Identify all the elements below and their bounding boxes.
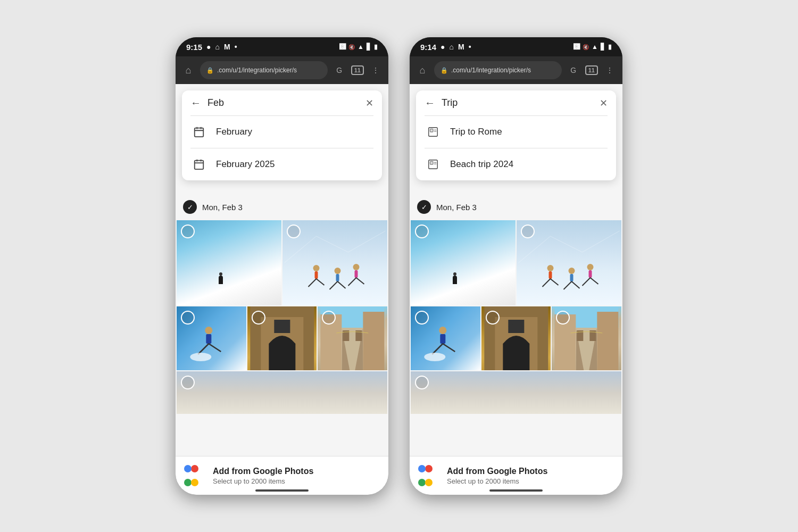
photo-cell-street-right[interactable]: [552, 306, 621, 370]
translate-btn-left[interactable]: G: [332, 63, 347, 78]
svg-line-48: [564, 281, 572, 289]
svg-rect-4: [195, 161, 204, 170]
select-circle-action-right[interactable]: [415, 311, 429, 325]
svg-rect-64: [597, 312, 619, 370]
svg-rect-9: [315, 271, 318, 279]
select-circle-partial-right[interactable]: [415, 376, 429, 389]
search-suggestion-1-right[interactable]: Beach trip 2024: [416, 148, 616, 180]
menu-btn-left[interactable]: ⋮: [368, 63, 383, 78]
photo-partial-left[interactable]: [177, 371, 387, 414]
svg-rect-47: [570, 274, 573, 281]
svg-rect-13: [336, 274, 339, 281]
bottom-bar-text-right: Add from Google Photos Select up to 2000…: [447, 467, 547, 485]
suggestion-text-0-right: Trip to Rome: [450, 127, 502, 137]
petal-red-left: [191, 465, 198, 472]
status-bar-right: 9:14 ● ⌂ M • 🅱 🔇 ▲ ▋ ▮: [410, 37, 622, 56]
url-text-right: .com/u/1/integration/picker/s: [451, 66, 531, 74]
search-suggestion-0-left[interactable]: February: [182, 116, 382, 148]
search-back-btn-right[interactable]: ←: [425, 97, 435, 109]
photo-grid-row1-right: [411, 220, 621, 305]
svg-line-14: [330, 281, 338, 289]
skier-figure-right: [453, 276, 457, 284]
translate-btn-right[interactable]: G: [566, 63, 581, 78]
select-circle-action-left[interactable]: [181, 311, 195, 325]
search-clear-btn-left[interactable]: ✕: [365, 97, 373, 109]
bluetooth-icon-left: 🅱: [339, 43, 346, 51]
svg-line-10: [309, 279, 317, 287]
svg-line-11: [317, 279, 325, 285]
select-circle-arch-left[interactable]: [252, 311, 265, 325]
bluetooth-icon-right: 🅱: [573, 43, 580, 51]
bottom-bar-subtitle-left: Select up to 2000 items: [213, 477, 313, 485]
signal-icon-left: ▋: [367, 43, 371, 51]
select-circle-arch-right[interactable]: [486, 311, 500, 325]
svg-rect-21: [206, 334, 211, 344]
partial-sky-bg-left: [177, 371, 387, 414]
nav-line-right: [489, 489, 543, 492]
select-circle-ski-solo-left[interactable]: [181, 225, 195, 238]
url-bar-right[interactable]: 🔒 .com/u/1/integration/picker/s: [434, 61, 562, 79]
url-bar-left[interactable]: 🔒 .com/u/1/integration/picker/s: [200, 61, 328, 79]
status-bar-left: 9:15 ● ⌂ M • 🅱 🔇 ▲ ▋ ▮: [176, 37, 388, 56]
search-suggestion-0-right[interactable]: Trip to Rome: [416, 116, 616, 148]
tab-count-right[interactable]: 11: [585, 65, 598, 75]
status-time-left: 9:15: [186, 43, 202, 52]
photo-cell-arch-right[interactable]: [481, 306, 551, 370]
wifi-dot-right: ●: [440, 43, 445, 51]
album-icon-0-right: [425, 123, 442, 140]
photo-grid-row1-left: [177, 220, 387, 305]
photo-partial-right[interactable]: [411, 371, 621, 414]
suggestion-text-1-left: February 2025: [216, 159, 275, 170]
content-area-left: ← Feb ✕ February: [176, 84, 388, 495]
petal-green-right: [418, 479, 426, 486]
security-icon-right: 🔒: [440, 67, 448, 74]
home-button-right[interactable]: ⌂: [415, 65, 430, 76]
search-suggestion-1-left[interactable]: February 2025: [182, 148, 382, 180]
photo-cell-action-right[interactable]: [411, 306, 480, 370]
search-input-left[interactable]: Feb: [207, 97, 359, 109]
svg-line-52: [583, 278, 591, 286]
home-button-left[interactable]: ⌂: [181, 65, 196, 76]
wifi-icon-left: ▲: [358, 43, 364, 51]
petal-blue-right: [418, 465, 426, 472]
date-text-left: Mon, Feb 3: [202, 203, 243, 212]
date-check-left[interactable]: ✓: [183, 200, 197, 214]
search-back-btn-left[interactable]: ←: [190, 97, 201, 109]
petal-green-left: [184, 479, 192, 486]
photo-cell-ski-group-right[interactable]: [517, 220, 621, 305]
select-circle-ski-solo-right[interactable]: [415, 225, 429, 238]
svg-point-46: [569, 268, 575, 274]
browser-actions-left: G 11 ⋮: [332, 63, 383, 78]
svg-rect-30: [363, 312, 385, 370]
menu-btn-right[interactable]: ⋮: [602, 63, 617, 78]
google-photos-logo-right: [418, 465, 439, 486]
photo-cell-arch-left[interactable]: [247, 306, 317, 370]
photo-cell-ski-group-left[interactable]: [282, 220, 387, 305]
url-text-left: .com/u/1/integration/picker/s: [217, 66, 297, 74]
status-right-left: 🅱 🔇 ▲ ▋ ▮: [339, 43, 378, 51]
photo-cell-street-left[interactable]: [318, 306, 387, 370]
svg-line-44: [543, 279, 551, 287]
svg-line-22: [198, 344, 209, 354]
bottom-bar-title-left: Add from Google Photos: [213, 467, 313, 476]
svg-point-20: [205, 327, 212, 334]
select-circle-ski-group-right[interactable]: [521, 225, 535, 238]
photo-cell-action-left[interactable]: [177, 306, 246, 370]
phone-right: 9:14 ● ⌂ M • 🅱 🔇 ▲ ▋ ▮ ⌂ 🔒 .com/u/1/inte…: [410, 37, 622, 495]
phone-left: 9:15 ● ⌂ M • 🅱 🔇 ▲ ▋ ▮ ⌂ 🔒 .com/u/1/inte…: [176, 37, 388, 495]
date-header-left: ✓ Mon, Feb 3: [176, 195, 388, 219]
photo-cell-ski-solo-left[interactable]: [177, 220, 281, 305]
tab-count-left[interactable]: 11: [351, 65, 364, 75]
photo-cell-ski-solo-right[interactable]: [411, 220, 516, 305]
search-input-right[interactable]: Trip: [442, 97, 593, 109]
bottom-bar-subtitle-right: Select up to 2000 items: [447, 477, 547, 485]
date-check-right[interactable]: ✓: [417, 200, 431, 214]
select-circle-partial-left[interactable]: [181, 376, 195, 389]
svg-rect-0: [195, 128, 204, 137]
svg-point-16: [353, 264, 360, 270]
select-circle-ski-group-left[interactable]: [287, 225, 301, 238]
status-left-left: 9:15 ● ⌂ M •: [186, 43, 237, 52]
search-clear-btn-right[interactable]: ✕: [600, 97, 608, 109]
status-right-right: 🅱 🔇 ▲ ▋ ▮: [573, 43, 612, 51]
svg-point-58: [424, 353, 445, 361]
